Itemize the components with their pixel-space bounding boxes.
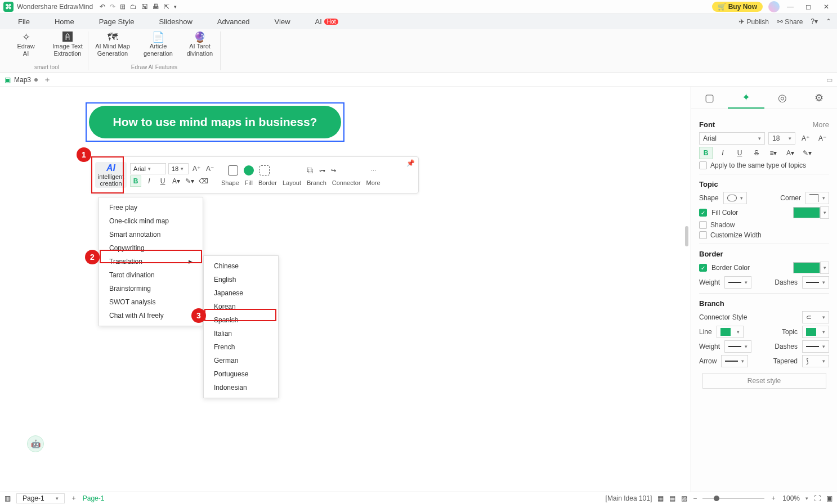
more-icon[interactable]: ⋯ (370, 167, 377, 174)
edraw-ai-button[interactable]: ✧Edraw AI (9, 32, 43, 57)
lang-english[interactable]: English (204, 273, 278, 286)
panel-font-size[interactable]: 18▾ (768, 132, 795, 145)
underline-button[interactable]: U (157, 176, 168, 187)
branch-icon[interactable]: ⊶ (319, 167, 325, 174)
lang-german[interactable]: German (204, 354, 278, 367)
ai-chat-bubble-icon[interactable]: 🤖 (27, 435, 44, 452)
lang-french[interactable]: French (204, 340, 278, 354)
export-icon[interactable]: ⇱ (164, 3, 169, 11)
window-minimize-icon[interactable]: — (783, 3, 798, 11)
canvas[interactable]: How to use mind maps in business? AI int… (0, 87, 691, 492)
fill-icon[interactable] (244, 165, 254, 176)
undo-icon[interactable]: ↶ (100, 3, 105, 11)
ai-menu-one-click[interactable]: One-click mind map (99, 214, 203, 228)
apply-same-checkbox[interactable] (699, 161, 707, 169)
tapered-select[interactable]: ⟆▾ (802, 355, 829, 367)
redo-icon[interactable]: ↷ (110, 3, 115, 11)
font-color-button[interactable]: A▾ (171, 176, 182, 187)
intelligent-creation-button[interactable]: AI intelligent creation (95, 162, 127, 188)
panel-shrink-font[interactable]: A⁻ (816, 132, 829, 145)
branch-dashes-select[interactable]: ▾ (802, 340, 829, 353)
panel-tab-icon[interactable]: ◎ (764, 87, 801, 109)
menu-file[interactable]: File (6, 17, 42, 26)
menu-view[interactable]: View (262, 17, 303, 26)
canvas-scrollbar[interactable] (685, 226, 688, 246)
panel-italic[interactable]: I (716, 147, 729, 159)
menu-ai[interactable]: AI Hot (303, 17, 351, 26)
tarot-button[interactable]: 🔮AI Tarot divination (183, 32, 217, 57)
page-select[interactable]: Page-1▾ (16, 493, 65, 503)
lang-indonesian[interactable]: Indonesian (204, 381, 278, 394)
fill-color-drop[interactable]: ▾ (820, 206, 829, 219)
collapse-panel-icon[interactable]: ▭ (826, 76, 832, 84)
panel-font-family[interactable]: Arial▾ (699, 132, 765, 145)
save-icon[interactable]: 🖫 (141, 3, 148, 11)
shape-select[interactable]: ▾ (723, 192, 747, 204)
publish-button[interactable]: ✈ Publish (738, 17, 769, 26)
collapse-ribbon-icon[interactable]: ⌃ (826, 17, 831, 25)
buy-now-button[interactable]: 🛒Buy Now (712, 2, 763, 12)
new-icon[interactable]: ⊞ (120, 3, 126, 11)
pin-icon[interactable]: 📌 (406, 159, 415, 167)
open-icon[interactable]: 🗀 (130, 3, 137, 11)
panel-underline[interactable]: U (733, 147, 746, 159)
fill-color-checkbox[interactable]: ✓ (699, 209, 707, 217)
border-icon[interactable] (259, 165, 270, 176)
menu-advanced[interactable]: Advanced (205, 17, 262, 26)
font-family-select[interactable]: Arial▾ (130, 163, 166, 174)
grow-font-button[interactable]: A⁺ (191, 163, 202, 174)
qat-more-icon[interactable]: ▾ (174, 4, 177, 10)
ai-menu-chat[interactable]: Chat with AI freely (99, 309, 203, 322)
panel-highlight[interactable]: ✎▾ (800, 147, 814, 159)
window-maximize-icon[interactable]: ◻ (801, 3, 816, 11)
panel-strike[interactable]: S (750, 147, 763, 159)
window-close-icon[interactable]: ✕ (819, 3, 834, 11)
panel-tab-settings[interactable]: ⚙ (800, 87, 837, 109)
fit-icon[interactable]: ▣ (826, 494, 832, 502)
lang-spanish[interactable]: Spanish (204, 313, 278, 327)
new-tab-button[interactable]: ＋ (43, 75, 51, 85)
lang-japanese[interactable]: Japanese (204, 286, 278, 300)
lang-portuguese[interactable]: Portuguese (204, 367, 278, 381)
lang-korean[interactable]: Korean (204, 300, 278, 313)
fill-color-swatch[interactable] (793, 207, 820, 218)
view-list-icon[interactable]: ▤ (669, 494, 675, 502)
highlight-button[interactable]: ✎▾ (184, 176, 195, 187)
border-color-drop[interactable]: ▾ (820, 262, 829, 274)
branch-line-select[interactable]: ▾ (717, 326, 744, 338)
help-button[interactable]: ?▾ (811, 17, 818, 25)
ai-menu-swot[interactable]: SWOT analysis (99, 295, 203, 309)
view-grid-icon[interactable]: ▨ (681, 494, 687, 502)
lang-chinese[interactable]: Chinese (204, 259, 278, 273)
share-button[interactable]: ⚯ Share (777, 17, 803, 26)
connector-style-select[interactable]: ⊂▾ (802, 311, 829, 323)
menu-home[interactable]: Home (42, 17, 87, 26)
add-page-button[interactable]: ＋ (70, 493, 77, 503)
bold-button[interactable]: B (130, 176, 141, 187)
ai-menu-free-play[interactable]: Free play (99, 201, 203, 214)
panel-tab-topic[interactable]: ▢ (691, 87, 728, 109)
zoom-out-button[interactable]: − (693, 494, 697, 502)
fullscreen-icon[interactable]: ⛶ (814, 494, 821, 502)
menu-slideshow[interactable]: Slideshow (147, 17, 205, 26)
ai-menu-brainstorming[interactable]: Brainstorming (99, 282, 203, 295)
zoom-slider[interactable] (702, 498, 764, 499)
shrink-font-button[interactable]: A⁻ (204, 163, 216, 174)
connector-icon[interactable]: ↪ (331, 167, 336, 174)
zoom-in-button[interactable]: ＋ (770, 493, 777, 503)
menu-page-style[interactable]: Page Style (87, 17, 147, 26)
selected-topic[interactable]: How to use mind maps in business? (86, 102, 344, 142)
page-tab-1[interactable]: Page-1 (83, 494, 105, 502)
ai-menu-translation[interactable]: Translation▶ (99, 255, 203, 268)
ai-menu-copywriting[interactable]: Copywriting (99, 241, 203, 255)
branch-topic-select[interactable]: ▾ (802, 326, 829, 338)
view-thumb-icon[interactable]: ▦ (657, 494, 664, 502)
ai-menu-tarot[interactable]: Tarot divination (99, 268, 203, 282)
reset-style-button[interactable]: Reset style (702, 373, 826, 389)
shadow-checkbox[interactable] (699, 221, 707, 229)
custom-width-checkbox[interactable] (699, 231, 707, 239)
panel-tab-style[interactable]: ✦ (728, 87, 764, 109)
article-gen-button[interactable]: 📄Article generation (141, 32, 175, 57)
border-color-checkbox[interactable]: ✓ (699, 264, 707, 272)
doc-tab-map3[interactable]: ▣ Map3 (5, 76, 38, 84)
